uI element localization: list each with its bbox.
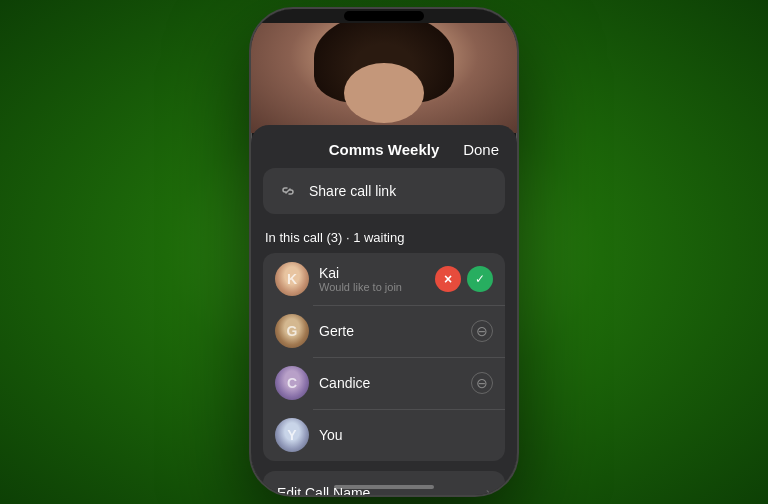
remove-gerte-button[interactable]: ⊖ — [471, 320, 493, 342]
participant-item-you: Y You — [263, 409, 505, 461]
home-indicator — [334, 485, 434, 489]
accept-kai-button[interactable]: ✓ — [467, 266, 493, 292]
remove-icon-candice: ⊖ — [476, 375, 488, 391]
done-button[interactable]: Done — [459, 141, 499, 158]
share-link-button[interactable]: Share call link — [263, 168, 505, 214]
reject-icon: × — [444, 271, 452, 287]
in-call-label: In this call (3) · 1 waiting — [251, 224, 517, 253]
participant-info-gerte: Gerte — [319, 323, 461, 339]
sheet-title: Comms Weekly — [309, 141, 459, 158]
participants-list: K Kai Would like to join × ✓ — [263, 253, 505, 461]
participant-info-candice: Candice — [319, 375, 461, 391]
avatar-initial-kai: K — [275, 262, 309, 296]
bottom-sheet: Comms Weekly Done Share call link In thi… — [251, 125, 517, 495]
participant-item-candice: C Candice ⊖ — [263, 357, 505, 409]
participant-name-kai: Kai — [319, 265, 425, 281]
phone-top-bar — [251, 9, 517, 23]
share-link-text: Share call link — [309, 183, 396, 199]
remove-icon-gerte: ⊖ — [476, 323, 488, 339]
phone-frame: Comms Weekly Done Share call link In thi… — [249, 7, 519, 497]
avatar-initial-you: Y — [275, 418, 309, 452]
video-area — [251, 23, 517, 133]
participant-actions-gerte: ⊖ — [471, 320, 493, 342]
video-person — [251, 23, 517, 133]
reject-kai-button[interactable]: × — [435, 266, 461, 292]
participant-item-kai: K Kai Would like to join × ✓ — [263, 253, 505, 305]
participant-item-gerte: G Gerte ⊖ — [263, 305, 505, 357]
participant-info-you: You — [319, 427, 493, 443]
participant-name-you: You — [319, 427, 493, 443]
settings-list: Edit Call Name › Require Admin Approval — [263, 471, 505, 497]
edit-call-name-item[interactable]: Edit Call Name › — [263, 471, 505, 497]
avatar-kai: K — [275, 262, 309, 296]
participant-actions-kai: × ✓ — [435, 266, 493, 292]
avatar-initial-gerte: G — [275, 314, 309, 348]
dynamic-island — [344, 11, 424, 21]
person-face — [344, 63, 424, 123]
accept-icon: ✓ — [475, 272, 485, 286]
avatar-initial-candice: C — [275, 366, 309, 400]
participant-name-candice: Candice — [319, 375, 461, 391]
avatar-gerte: G — [275, 314, 309, 348]
participant-name-gerte: Gerte — [319, 323, 461, 339]
remove-candice-button[interactable]: ⊖ — [471, 372, 493, 394]
person-hair — [314, 23, 454, 103]
avatar-you: Y — [275, 418, 309, 452]
sheet-header: Comms Weekly Done — [251, 125, 517, 168]
link-icon — [277, 180, 299, 202]
participant-actions-candice: ⊖ — [471, 372, 493, 394]
edit-call-name-chevron-icon: › — [486, 484, 491, 497]
avatar-candice: C — [275, 366, 309, 400]
participant-subtitle-kai: Would like to join — [319, 281, 425, 293]
participant-info-kai: Kai Would like to join — [319, 265, 425, 293]
